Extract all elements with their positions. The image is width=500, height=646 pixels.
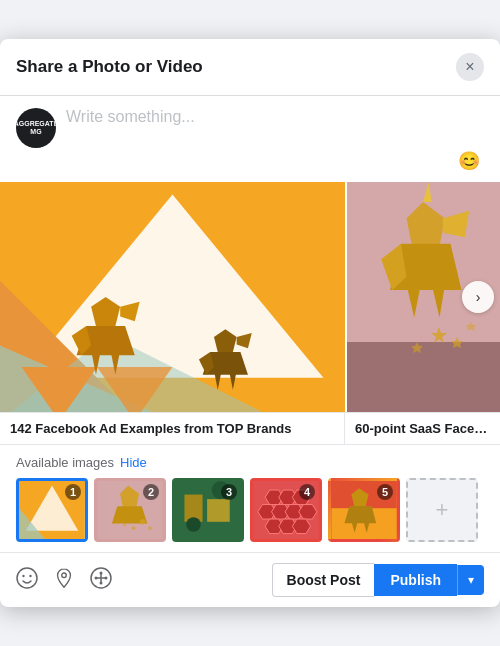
emoji-button[interactable]: 😊 [454,148,484,174]
thumbnail-number-3: 3 [221,484,237,500]
svg-point-40 [148,526,152,530]
carousel-next-button[interactable]: › [462,281,494,313]
svg-marker-61 [344,506,376,523]
carousel-left-image [0,182,345,412]
caption-row: 142 Facebook Ad Examples from TOP Brands… [0,412,500,444]
publish-dropdown-button[interactable]: ▾ [457,565,484,595]
emoji-footer-button[interactable] [16,567,38,594]
svg-point-41 [123,523,127,527]
thumbnail-2[interactable]: 2 [94,478,166,542]
thumbnail-5[interactable]: 5 [328,478,400,542]
close-button[interactable]: × [456,53,484,81]
svg-point-38 [140,519,145,524]
carousel-left [0,182,345,412]
hide-link[interactable]: Hide [120,455,147,470]
svg-rect-44 [207,499,230,522]
footer-actions: Boost Post Publish ▾ [272,563,484,597]
location-icon [54,567,74,589]
modal-header: Share a Photo or Video × [0,39,500,96]
svg-point-66 [29,574,31,576]
publish-button[interactable]: Publish [374,564,457,596]
svg-marker-57 [292,519,310,534]
modal-title: Share a Photo or Video [16,57,203,77]
location-button[interactable] [54,567,74,594]
svg-point-72 [105,576,108,579]
tag-icon [90,567,112,589]
svg-point-73 [100,571,103,574]
svg-rect-20 [347,342,500,412]
thumbnail-1[interactable]: 1 [16,478,88,542]
svg-point-65 [22,574,24,576]
boost-post-button[interactable]: Boost Post [272,563,375,597]
image-carousel: › [0,182,500,412]
right-caption: 60-point SaaS Facebook Mark [345,413,500,444]
svg-point-64 [17,568,37,588]
thumbnail-number-1: 1 [65,484,81,500]
thumbnails-row: 1 2 [16,478,484,542]
left-caption: 142 Facebook Ad Examples from TOP Brands [0,413,345,444]
add-image-button[interactable]: + [406,478,478,542]
compose-area: AGGREGATE MG 😊 [0,96,500,182]
tag-button[interactable] [90,567,112,594]
svg-point-67 [62,572,67,577]
thumbnail-4[interactable]: 4 [250,478,322,542]
smiley-icon [16,567,38,589]
svg-point-39 [132,526,136,530]
share-modal: Share a Photo or Video × AGGREGATE MG 😊 [0,39,500,607]
footer-icons [16,567,112,594]
compose-input[interactable] [66,108,484,148]
modal-footer: Boost Post Publish ▾ [0,552,500,607]
svg-point-45 [186,517,201,532]
avatar: AGGREGATE MG [16,108,56,148]
avatar-text: AGGREGATE MG [16,118,56,139]
svg-point-74 [100,581,103,584]
thumbnail-number-4: 4 [299,484,315,500]
thumbnail-number-5: 5 [377,484,393,500]
svg-marker-54 [299,505,317,520]
available-images-header: Available images Hide [16,455,484,470]
carousel-right-inner: › [347,182,500,412]
thumbnail-number-2: 2 [143,484,159,500]
thumbnail-3[interactable]: 3 [172,478,244,542]
available-images-label: Available images [16,455,114,470]
compose-input-wrapper: 😊 [66,108,484,174]
available-images-section: Available images Hide 1 [0,444,500,552]
carousel-right: › [345,182,500,412]
svg-point-71 [95,576,98,579]
